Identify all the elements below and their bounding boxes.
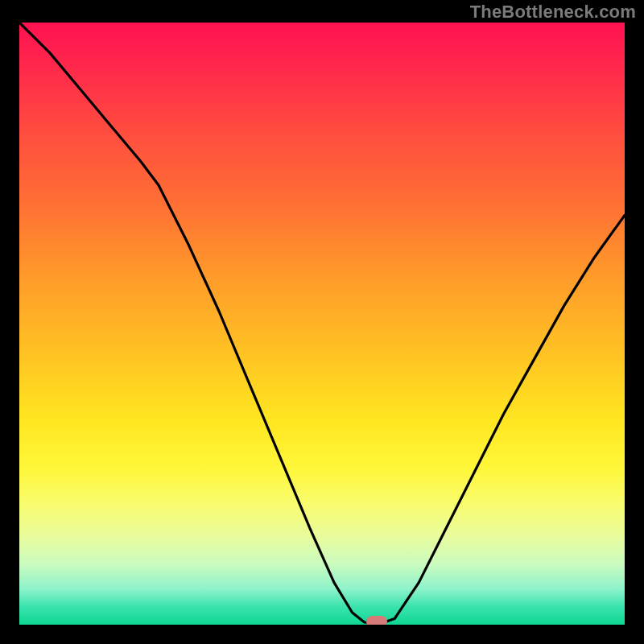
plot-area (19, 23, 625, 625)
curve-path (19, 23, 625, 624)
bottleneck-curve (19, 23, 625, 625)
chart-frame: TheBottleneck.com (0, 0, 644, 644)
optimal-marker (366, 616, 387, 625)
watermark-text: TheBottleneck.com (470, 2, 636, 23)
